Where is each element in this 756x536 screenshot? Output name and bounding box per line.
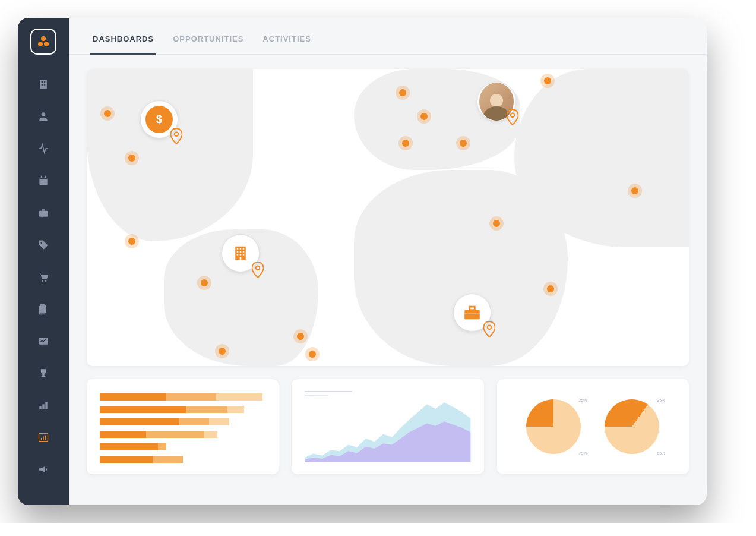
svg-rect-25: [41, 438, 42, 440]
tab-opportunities[interactable]: OPPORTUNITIES: [173, 34, 243, 54]
area-chart-title: [305, 391, 352, 392]
nav-tag-icon[interactable]: [31, 233, 55, 257]
pie-slice-label: 35%: [657, 398, 665, 402]
nav-trend-icon[interactable]: [31, 329, 55, 353]
dollar-icon: $: [145, 106, 173, 133]
map-location-dot[interactable]: [201, 279, 208, 286]
pie-charts-card[interactable]: 25%75%35%65%: [497, 379, 689, 474]
location-pin-icon: [507, 109, 518, 125]
svg-rect-3: [40, 80, 47, 89]
svg-rect-4: [42, 81, 43, 83]
area-chart-card[interactable]: [292, 379, 483, 474]
map-location-dot[interactable]: [402, 140, 409, 147]
svg-rect-5: [44, 81, 46, 83]
bar-row: [100, 418, 265, 425]
nav-trophy-icon[interactable]: [31, 361, 55, 385]
map-location-dot[interactable]: [399, 89, 406, 96]
map-pin-avatar[interactable]: [477, 83, 515, 121]
svg-rect-45: [464, 313, 480, 314]
map-pin-building[interactable]: [222, 234, 260, 272]
svg-rect-43: [464, 310, 480, 320]
nav-briefcase-icon[interactable]: [31, 201, 55, 225]
nav-bar-chart-icon[interactable]: [31, 393, 55, 417]
nav-files-icon[interactable]: [31, 297, 55, 321]
tab-bar: DASHBOARDS OPPORTUNITIES ACTIVITIES: [69, 18, 707, 55]
svg-rect-36: [242, 251, 244, 253]
nav-activity-icon[interactable]: [31, 137, 55, 160]
svg-rect-32: [239, 248, 241, 250]
world-map-card[interactable]: $: [87, 69, 689, 366]
map-location-dot[interactable]: [309, 351, 316, 358]
svg-rect-31: [236, 248, 238, 250]
map-pin-briefcase[interactable]: [453, 294, 491, 332]
app-window: DASHBOARDS OPPORTUNITIES ACTIVITIES $: [18, 18, 707, 505]
bar-row: [100, 431, 265, 438]
area-chart-subtitle: [305, 395, 328, 395]
svg-rect-7: [44, 84, 46, 86]
svg-rect-13: [39, 211, 48, 217]
svg-rect-27: [45, 436, 46, 440]
svg-rect-22: [42, 404, 44, 409]
map-location-dot[interactable]: [104, 110, 111, 117]
svg-rect-37: [236, 254, 238, 256]
building-icon: [227, 239, 254, 267]
map-location-dot[interactable]: [128, 238, 135, 245]
map-location-dot[interactable]: [493, 220, 500, 227]
svg-point-46: [488, 326, 492, 330]
pie-chart: 35%65%: [605, 399, 659, 454]
nav-bar-chart-alt-icon[interactable]: [31, 425, 55, 449]
svg-rect-21: [39, 406, 41, 409]
svg-rect-34: [236, 251, 238, 253]
svg-rect-11: [41, 176, 42, 178]
svg-rect-19: [42, 374, 44, 376]
location-pin-icon: [483, 321, 495, 337]
svg-rect-44: [470, 307, 475, 310]
main-area: DASHBOARDS OPPORTUNITIES ACTIVITIES $: [69, 18, 707, 505]
map-location-dot[interactable]: [297, 333, 304, 340]
pie-slice-label: 25%: [578, 398, 587, 402]
pie-charts: 25%75%35%65%: [510, 391, 676, 462]
content: $ 25%75%35%65%: [69, 55, 707, 505]
svg-point-8: [42, 112, 46, 116]
stacked-bar-chart: [100, 393, 265, 463]
tab-dashboards[interactable]: DASHBOARDS: [93, 34, 154, 54]
pie-slice-label: 65%: [657, 451, 665, 455]
svg-point-2: [44, 42, 49, 46]
pie-slice-label: 75%: [578, 451, 587, 455]
nav-calendar-icon[interactable]: [31, 169, 55, 193]
map-pin-dollar[interactable]: $: [140, 100, 178, 138]
nav-person-icon[interactable]: [31, 105, 55, 128]
tab-activities[interactable]: ACTIVITIES: [262, 34, 311, 54]
sidebar: [18, 18, 69, 505]
svg-point-17: [45, 280, 47, 282]
svg-point-15: [40, 242, 42, 244]
svg-point-16: [42, 280, 43, 282]
map-location-dot[interactable]: [547, 285, 554, 292]
pie-chart: 25%75%: [526, 399, 581, 454]
nav-cart-icon[interactable]: [31, 265, 55, 289]
svg-rect-12: [45, 176, 46, 178]
svg-rect-20: [42, 376, 46, 377]
area-chart: [305, 399, 470, 462]
nav-megaphone-icon[interactable]: [31, 458, 55, 481]
map-location-dot[interactable]: [544, 77, 551, 84]
svg-point-29: [174, 133, 178, 137]
svg-point-0: [41, 36, 46, 41]
svg-rect-10: [39, 177, 47, 179]
svg-point-41: [255, 266, 260, 270]
map-location-dot[interactable]: [420, 113, 428, 120]
svg-rect-39: [242, 254, 244, 256]
map-location-dot[interactable]: [219, 348, 226, 355]
map-location-dot[interactable]: [460, 140, 467, 147]
bar-chart-card[interactable]: [87, 379, 279, 474]
map-location-dot[interactable]: [631, 187, 638, 194]
svg-rect-38: [239, 254, 241, 256]
svg-rect-23: [45, 402, 47, 409]
map-location-dot[interactable]: [128, 155, 135, 162]
app-logo[interactable]: [30, 29, 56, 55]
svg-rect-26: [43, 436, 44, 440]
svg-rect-14: [42, 209, 45, 211]
nav-building-icon[interactable]: [31, 72, 55, 96]
svg-rect-33: [242, 248, 244, 250]
location-pin-icon: [252, 262, 264, 278]
